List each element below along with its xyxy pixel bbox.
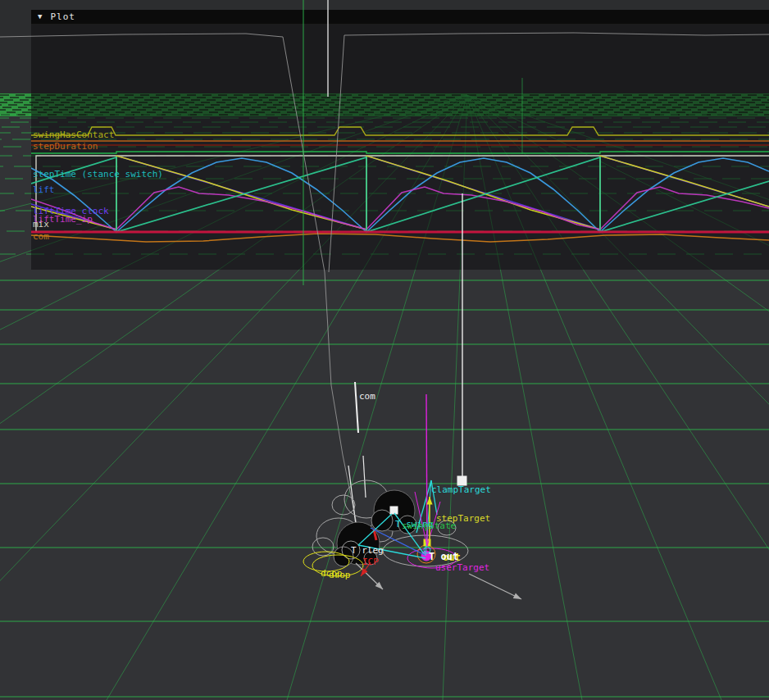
plot-panel-title: Plot [50, 11, 75, 22]
viewport-3d[interactable]: ▼ Plot swingHasContactstepDurationstepTi… [0, 0, 769, 700]
plot-series-com [31, 234, 769, 242]
collapse-triangle-icon[interactable]: ▼ [38, 13, 42, 20]
plot-series-lifttime-clock [31, 156, 769, 230]
plot-curves [31, 25, 769, 270]
plot-series--unlabeled-green-baseline- [31, 152, 769, 153]
plot-panel-header[interactable]: ▼ Plot [31, 10, 769, 25]
plot-series-swinghascontact [31, 127, 769, 135]
plot-series-lifttime-ip [31, 187, 769, 230]
plot-panel: ▼ Plot swingHasContactstepDurationstepTi… [31, 10, 769, 270]
plot-canvas[interactable]: swingHasContactstepDurationstepTime (sta… [31, 25, 769, 270]
